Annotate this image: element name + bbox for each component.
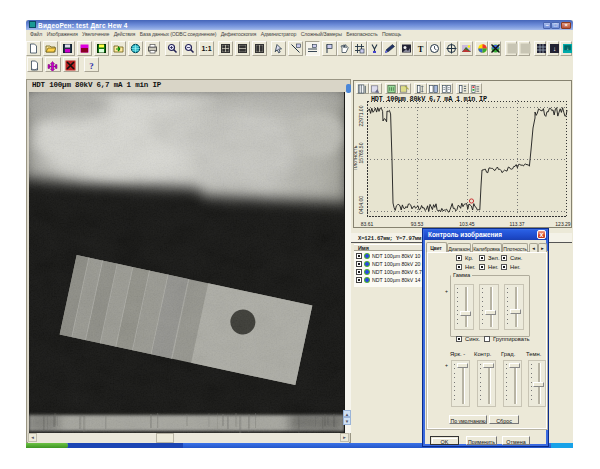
svg-text:↓: ↓	[566, 46, 568, 51]
svg-text:113.37: 113.37	[510, 221, 525, 227]
svg-text:0414.00: 0414.00	[358, 196, 364, 214]
svg-text:?: ?	[89, 61, 94, 71]
svg-text:83.61: 83.61	[361, 221, 374, 227]
svg-text:↓: ↓	[553, 45, 556, 52]
svg-text:T: T	[418, 44, 424, 54]
svg-text:1:1: 1:1	[201, 45, 211, 52]
svg-text:93.53: 93.53	[411, 221, 424, 227]
svg-text:15765.50: 15765.50	[358, 142, 364, 163]
svg-text:103.45: 103.45	[459, 221, 475, 227]
svg-text:22971.00: 22971.00	[358, 105, 364, 126]
svg-text:123.29: 123.29	[555, 221, 571, 227]
svg-text:Плотность: Плотность	[354, 145, 358, 170]
